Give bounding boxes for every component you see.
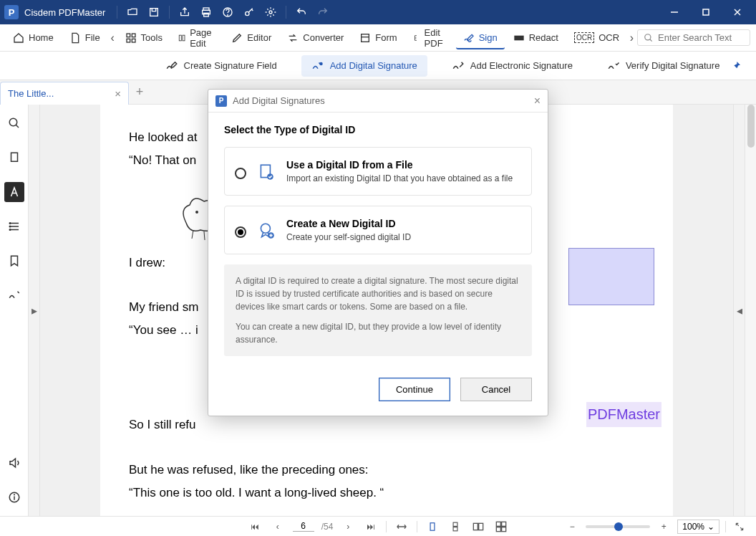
document-tab[interactable]: The Little... × xyxy=(0,82,129,105)
ocr-button[interactable]: OCROCR xyxy=(567,29,626,46)
settings-icon[interactable] xyxy=(261,3,280,21)
sign-button[interactable]: Sign xyxy=(456,29,505,49)
close-tab-icon[interactable]: × xyxy=(115,87,121,100)
last-page-icon[interactable]: ⏭ xyxy=(363,519,379,535)
main-toolbar: Home File ‹ Tools Page Edit Editor Conve… xyxy=(0,24,756,52)
signature-toolbar: Create Signature Field Add Digital Signa… xyxy=(0,52,756,80)
two-page-continuous-icon[interactable] xyxy=(493,519,509,535)
watermark-text: PDFMaster xyxy=(586,402,662,427)
option-create-new[interactable]: Create a New Digital ID Create your self… xyxy=(224,206,532,254)
first-page-icon[interactable]: ⏮ xyxy=(247,519,263,535)
edit-pdf-button[interactable]: Edit PDF xyxy=(406,24,455,52)
radio-use-file[interactable] xyxy=(235,168,246,179)
right-collapse-handle[interactable]: ◂ xyxy=(733,105,745,516)
svg-point-23 xyxy=(320,62,322,64)
home-button[interactable]: Home xyxy=(6,29,61,47)
prev-page-icon[interactable]: ‹ xyxy=(270,519,286,535)
converter-button[interactable]: Converter xyxy=(280,29,351,47)
svg-rect-40 xyxy=(453,522,457,526)
title-bar: P Cisdem PDFMaster xyxy=(0,0,756,24)
svg-point-7 xyxy=(269,11,272,14)
add-electronic-signature-button[interactable]: Add Electronic Signature xyxy=(442,55,583,77)
badge-id-icon xyxy=(256,221,276,241)
zoom-slider[interactable] xyxy=(586,525,650,528)
search-input[interactable] xyxy=(658,32,744,43)
two-page-icon[interactable] xyxy=(470,519,486,535)
key-icon[interactable] xyxy=(240,3,258,21)
option-title: Use a Digital ID from a File xyxy=(286,159,513,171)
tab-label: The Little... xyxy=(8,88,54,99)
close-button[interactable] xyxy=(723,0,752,24)
add-tab-button[interactable]: + xyxy=(129,82,150,103)
left-collapse-handle[interactable]: ▸ xyxy=(29,105,40,516)
signature-panel-icon[interactable] xyxy=(4,285,24,305)
search-box[interactable] xyxy=(637,29,750,46)
info-icon[interactable] xyxy=(4,487,24,507)
svg-rect-0 xyxy=(150,9,158,16)
next-page-icon[interactable]: › xyxy=(340,519,356,535)
dialog-logo-icon: P xyxy=(215,95,227,107)
svg-rect-12 xyxy=(127,34,130,37)
zoom-dropdown[interactable]: 100%⌄ xyxy=(677,520,719,534)
svg-rect-9 xyxy=(703,9,709,15)
annotations-icon[interactable] xyxy=(4,182,24,202)
editor-button[interactable]: Editor xyxy=(224,29,278,47)
svg-rect-46 xyxy=(497,527,501,531)
file-id-icon xyxy=(256,162,276,182)
thumbnails-icon[interactable] xyxy=(4,148,24,168)
chevron-right-icon[interactable]: › xyxy=(628,32,636,44)
zoom-slider-knob[interactable] xyxy=(614,522,623,531)
verify-digital-signature-button[interactable]: Verify Digital Signature xyxy=(597,55,730,77)
file-button[interactable]: File xyxy=(62,29,107,47)
pin-icon[interactable] xyxy=(730,60,742,72)
share-icon[interactable] xyxy=(175,3,194,21)
form-button[interactable]: Form xyxy=(352,29,404,47)
page-edit-button[interactable]: Page Edit xyxy=(171,24,223,52)
single-page-icon[interactable] xyxy=(425,519,440,535)
redo-icon[interactable] xyxy=(314,3,332,21)
signature-field-box[interactable] xyxy=(568,248,654,305)
option-desc: Create your self-signed digital ID xyxy=(286,232,411,242)
bookmark-icon[interactable] xyxy=(4,251,24,271)
zoom-in-icon[interactable]: + xyxy=(656,519,672,535)
cancel-button[interactable]: Cancel xyxy=(460,378,532,401)
create-signature-field-button[interactable]: Create Signature Field xyxy=(155,55,287,77)
radio-create-new[interactable] xyxy=(235,226,246,238)
svg-line-25 xyxy=(16,125,19,128)
svg-rect-42 xyxy=(474,523,478,530)
scrollbar-thumb[interactable] xyxy=(747,105,755,148)
continuous-page-icon[interactable] xyxy=(447,519,463,535)
search-panel-icon[interactable] xyxy=(4,113,24,133)
left-sidebar xyxy=(0,105,29,516)
sound-icon[interactable] xyxy=(4,453,24,473)
chevron-left-icon[interactable]: ‹ xyxy=(109,32,117,44)
fullscreen-icon[interactable] xyxy=(732,519,747,535)
help-icon[interactable] xyxy=(218,3,237,21)
maximize-button[interactable] xyxy=(692,0,720,24)
redact-button[interactable]: Redact xyxy=(506,29,566,47)
svg-rect-44 xyxy=(497,522,501,526)
add-digital-signatures-dialog: P Add Digital Signatures × Select the Ty… xyxy=(208,89,548,416)
option-title: Create a New Digital ID xyxy=(286,218,411,229)
add-digital-signature-button[interactable]: Add Digital Signature xyxy=(301,55,427,77)
svg-line-37 xyxy=(192,230,193,239)
minimize-button[interactable] xyxy=(660,0,689,24)
vertical-scrollbar[interactable] xyxy=(745,105,756,516)
info-text: You can create a new digital ID, but the… xyxy=(236,320,520,346)
page-total: /54 xyxy=(321,522,334,532)
page-number-input[interactable] xyxy=(293,521,314,532)
svg-point-32 xyxy=(9,229,11,231)
undo-icon[interactable] xyxy=(292,3,311,21)
svg-rect-26 xyxy=(11,153,17,161)
print-icon[interactable] xyxy=(197,3,215,21)
save-icon[interactable] xyxy=(145,3,163,21)
zoom-out-icon[interactable]: − xyxy=(564,519,580,535)
info-box: A digital ID is required to create a dig… xyxy=(224,264,532,356)
option-use-file[interactable]: Use a Digital ID from a File Import an e… xyxy=(224,147,532,196)
dialog-close-icon[interactable]: × xyxy=(534,95,541,107)
continue-button[interactable]: Continue xyxy=(379,378,450,401)
open-icon[interactable] xyxy=(123,3,142,21)
fit-width-icon[interactable] xyxy=(394,519,410,535)
outline-icon[interactable] xyxy=(4,216,24,236)
tools-button[interactable]: Tools xyxy=(118,29,170,47)
